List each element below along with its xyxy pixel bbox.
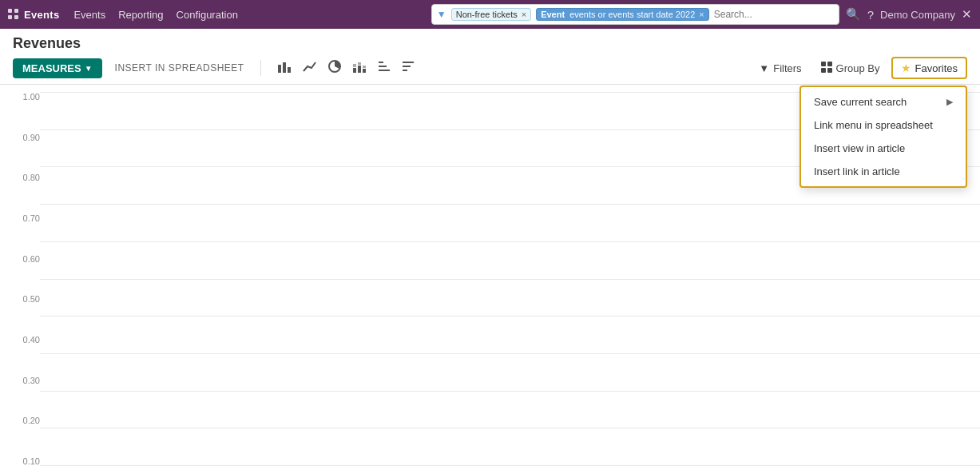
- dropdown-item[interactable]: Insert link in article: [801, 160, 966, 183]
- filter-tag-event-close[interactable]: ×: [699, 10, 704, 19]
- search-bar: ▼ Non-free tickets × Event events or eve…: [431, 4, 839, 25]
- page-header: Revenues: [0, 29, 980, 52]
- sort-desc-icon: [402, 60, 415, 73]
- group-by-button[interactable]: Group By: [813, 58, 888, 79]
- toolbar-separator: [260, 60, 261, 76]
- filters-button[interactable]: ▼ Filters: [751, 58, 809, 78]
- filter-icon: ▼: [437, 9, 446, 20]
- star-icon: ★: [901, 62, 911, 74]
- grid-line: [40, 279, 980, 280]
- app-logo[interactable]: Events: [8, 9, 59, 21]
- svg-rect-11: [379, 66, 387, 67]
- svg-rect-5: [353, 64, 356, 67]
- svg-rect-0: [278, 65, 281, 73]
- filter-tag-event-prefix: Event: [541, 10, 565, 19]
- dropdown-item[interactable]: Link menu in spreadsheet: [801, 114, 966, 137]
- y-axis: 0.100.200.300.400.500.600.700.800.901.00: [8, 93, 40, 466]
- y-axis-label: 1.00: [8, 93, 40, 102]
- y-axis-label: 0.90: [8, 133, 40, 142]
- y-axis-label: 0.10: [8, 457, 40, 466]
- favorites-button[interactable]: ★ Favorites: [891, 57, 967, 79]
- toolbar: MEASURES ▼ INSERT IN SPREADSHEET: [0, 52, 980, 85]
- page-wrapper: Revenues MEASURES ▼ INSERT IN SPREADSHEE…: [0, 29, 980, 474]
- bar-chart-button[interactable]: [274, 58, 295, 78]
- search-input[interactable]: [714, 9, 834, 20]
- grid-line: [40, 204, 980, 205]
- submenu-arrow-icon: ▶: [946, 97, 953, 107]
- dropdown-item-label: Insert view in article: [814, 142, 905, 154]
- pie-chart-button[interactable]: [325, 58, 344, 78]
- sort-desc-button[interactable]: [399, 58, 418, 78]
- line-chart-button[interactable]: [300, 58, 320, 78]
- grid-icon: [8, 9, 19, 20]
- svg-rect-19: [827, 68, 832, 73]
- filter-tag-nonfree-label: Non-free tickets: [456, 10, 518, 19]
- svg-rect-6: [358, 66, 361, 73]
- y-axis-label: 0.20: [8, 416, 40, 425]
- nav-links: Events Reporting Configuration: [73, 9, 237, 21]
- page-title: Revenues: [13, 35, 81, 52]
- question-icon[interactable]: ?: [867, 8, 874, 22]
- line-chart-icon: [303, 60, 317, 73]
- measures-arrow-icon: ▼: [85, 64, 93, 73]
- svg-rect-13: [403, 62, 414, 63]
- y-axis-label: 0.30: [8, 376, 40, 385]
- svg-rect-14: [403, 66, 411, 67]
- svg-rect-7: [358, 62, 361, 65]
- dropdown-item-label: Save current search: [814, 96, 907, 108]
- y-axis-label: 0.50: [8, 295, 40, 304]
- dropdown-item-label: Link menu in spreadsheet: [814, 119, 933, 131]
- insert-label: INSERT IN SPREADSHEET: [115, 62, 244, 74]
- nav-link-configuration[interactable]: Configuration: [177, 9, 238, 21]
- group-icon: [821, 62, 832, 73]
- svg-rect-12: [379, 62, 383, 63]
- y-axis-label: 0.80: [8, 173, 40, 182]
- bar-chart-icon: [277, 60, 292, 73]
- measures-button[interactable]: MEASURES ▼: [13, 58, 102, 78]
- grid-line: [40, 428, 980, 428]
- grid-line: [40, 353, 980, 354]
- insert-spreadsheet-button[interactable]: INSERT IN SPREADSHEET: [109, 59, 251, 77]
- svg-rect-4: [353, 68, 356, 73]
- dropdown-item-label: Insert link in article: [814, 165, 900, 177]
- favorites-dropdown: Save current search▶Link menu in spreads…: [799, 86, 967, 188]
- group-by-icon: [821, 62, 832, 75]
- sort-asc-button[interactable]: [375, 58, 394, 78]
- group-by-label: Group By: [836, 62, 880, 74]
- svg-rect-10: [379, 70, 390, 71]
- svg-rect-1: [283, 62, 286, 73]
- svg-rect-2: [288, 67, 291, 73]
- close-icon[interactable]: ✕: [962, 7, 972, 22]
- chart-type-icons: [274, 58, 418, 78]
- dropdown-item[interactable]: Save current search▶: [801, 90, 966, 114]
- favorites-label: Favorites: [915, 62, 958, 74]
- filters-label: Filters: [773, 62, 801, 74]
- grid-line: [40, 241, 980, 242]
- app-name: Events: [24, 9, 59, 21]
- filter-tag-event-label: events or events start date 2022: [569, 10, 695, 19]
- svg-rect-8: [363, 69, 366, 73]
- nav-link-events[interactable]: Events: [73, 9, 105, 21]
- y-axis-label: 0.70: [8, 214, 40, 223]
- measures-label: MEASURES: [22, 62, 81, 74]
- stack-chart-icon: [352, 60, 367, 73]
- y-axis-label: 0.40: [8, 336, 40, 345]
- grid-line: [40, 391, 980, 392]
- top-nav: Events Events Reporting Configuration ▼ …: [0, 0, 980, 29]
- svg-rect-18: [821, 68, 826, 73]
- dropdown-item[interactable]: Insert view in article: [801, 137, 966, 160]
- svg-rect-9: [363, 66, 366, 68]
- y-axis-label: 0.60: [8, 255, 40, 264]
- grid-line: [40, 316, 980, 317]
- search-icon[interactable]: 🔍: [846, 7, 861, 22]
- filter-tag-nonfree: Non-free tickets ×: [451, 8, 531, 21]
- svg-rect-15: [403, 70, 407, 71]
- filter-tag-event: Event events or events start date 2022 ×: [536, 8, 709, 21]
- grid-line: [40, 465, 980, 466]
- stack-chart-button[interactable]: [349, 58, 370, 78]
- nav-link-reporting[interactable]: Reporting: [118, 9, 163, 21]
- svg-rect-17: [827, 62, 832, 66]
- pie-chart-icon: [328, 60, 341, 73]
- company-name: Demo Company: [880, 9, 955, 21]
- filter-tag-nonfree-close[interactable]: ×: [522, 10, 526, 19]
